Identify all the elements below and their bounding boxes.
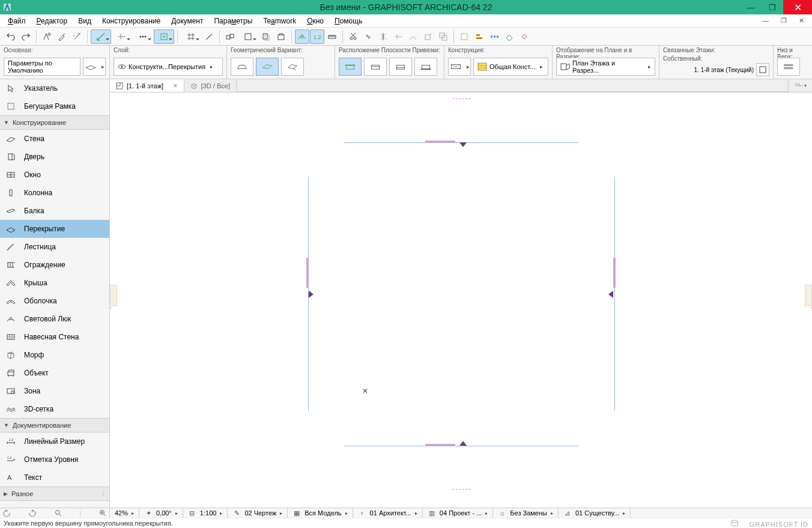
dimension-button[interactable]: 1.2 (310, 29, 324, 44)
refplane-bottom-button[interactable] (414, 58, 437, 76)
tool-slab[interactable]: Перекрытие (0, 220, 109, 238)
trace-button[interactable] (259, 29, 273, 44)
status-dim[interactable]: ⊿01 Существу...▸ (559, 508, 631, 518)
tool-text[interactable]: AТекст (0, 469, 109, 487)
refplane-core-top-button[interactable] (364, 58, 387, 76)
nav-fwd-button[interactable] (28, 509, 37, 517)
tool-dimension[interactable]: 1.2Линейный Размер (0, 432, 109, 451)
suspend-groups-button[interactable] (223, 29, 237, 44)
measure-button[interactable] (325, 29, 339, 44)
ruler-button[interactable] (202, 29, 216, 44)
nav-back-button[interactable] (2, 509, 11, 517)
menu-options[interactable]: Параметры (208, 16, 258, 26)
tab-close-icon[interactable]: × (173, 81, 178, 90)
pick-button[interactable] (40, 29, 54, 44)
tool-zone[interactable]: Зона (0, 382, 109, 400)
menu-help[interactable]: Помощь (329, 16, 368, 26)
intersect-button[interactable] (436, 29, 450, 44)
grid-snap-dd[interactable] (181, 29, 201, 44)
tab-overflow-button[interactable]: ▾ (788, 79, 812, 92)
snap-points-dd[interactable] (133, 29, 153, 44)
tool-door[interactable]: Дверь (0, 148, 109, 166)
status-penset[interactable]: ✎02 Чертеж▸ (228, 508, 288, 518)
brand-label[interactable]: GRAPHISOFT ID (750, 521, 808, 528)
tab-3d[interactable]: [3D / Все] (184, 79, 237, 92)
floor-plan-display-button[interactable]: План Этажа и Разрез...▸ (556, 58, 655, 76)
status-reno[interactable]: ⌂Без Замены▸ (493, 508, 559, 518)
solid-ops-button[interactable] (502, 29, 517, 44)
edit-selection-button[interactable] (457, 29, 471, 44)
geom-rectangle-button[interactable] (256, 58, 279, 76)
tool-mesh[interactable]: 3D-сетка (0, 400, 109, 418)
orientation[interactable]: ✦0,00°▸ (139, 508, 183, 518)
mdi-close[interactable]: ✕ (793, 16, 810, 26)
tool-object[interactable]: Объект (0, 364, 109, 382)
tool-window[interactable]: Окно (0, 166, 109, 184)
menu-teamwork[interactable]: Teamwork (258, 16, 301, 26)
toolbox-section-document[interactable]: ▼Документирование (0, 418, 109, 432)
magic-wand-button[interactable] (70, 29, 84, 44)
default-settings-button[interactable]: Параметры по Умолчанию (4, 58, 80, 76)
mdi-restore[interactable]: ❐ (775, 16, 792, 26)
right-panel-tab[interactable] (805, 285, 812, 306)
tool-level[interactable]: 1.2Отметка Уровня (0, 451, 109, 469)
tool-stair[interactable]: Лестница (0, 238, 109, 256)
maximize-button[interactable]: ❐ (762, 0, 783, 14)
minimize-button[interactable]: — (740, 0, 762, 14)
tool-railing[interactable]: Ограждение (0, 256, 109, 274)
tab-floorplan[interactable]: [1. 1-й этаж] × (110, 79, 184, 92)
tool-shell[interactable]: Оболочка (0, 292, 109, 310)
zoom-button[interactable] (54, 509, 62, 517)
menu-design[interactable]: Конструирование (97, 16, 166, 26)
construction-composite-button[interactable]: Общая Конст...▸ (473, 58, 548, 76)
mdi-minimize[interactable]: — (757, 16, 774, 26)
menu-view[interactable]: Вид (73, 16, 97, 26)
home-story-button[interactable] (756, 63, 769, 76)
scale[interactable]: ⊟1:100▸ (183, 508, 228, 518)
status-layer-combo[interactable]: ♀01 Архитект...▸ (353, 508, 423, 518)
menu-edit[interactable]: Редактор (31, 16, 73, 26)
elevation-button[interactable] (777, 58, 800, 76)
geom-rotrect-button[interactable] (281, 58, 304, 76)
trim-button[interactable] (391, 29, 405, 44)
resize-button[interactable] (406, 29, 420, 44)
close-button[interactable]: ✕ (783, 0, 812, 14)
tool-roof[interactable]: Крыша (0, 274, 109, 292)
tool-skylight[interactable]: Световой Люк (0, 310, 109, 328)
canvas[interactable]: ✕ (110, 93, 812, 508)
cursor-snap-dd[interactable] (91, 29, 111, 44)
tool-wall[interactable]: Стена (0, 130, 109, 148)
toolbox-section-design[interactable]: ▼Конструирование (0, 115, 109, 130)
fit-button[interactable] (98, 509, 107, 517)
tool-pointer[interactable]: Указатель (0, 79, 109, 97)
zoom-level[interactable]: 42%▸ (110, 508, 139, 518)
cut-button[interactable] (346, 29, 360, 44)
link-button[interactable] (361, 29, 375, 44)
redo-button[interactable] (19, 29, 33, 44)
left-panel-tab[interactable] (110, 285, 117, 306)
menu-document[interactable]: Документ (166, 16, 208, 26)
menu-file[interactable]: Файл (2, 16, 31, 26)
menu-window[interactable]: Окно (301, 16, 329, 26)
undo-button[interactable] (4, 29, 18, 44)
show-hide-button[interactable] (295, 29, 309, 44)
eyedropper-button[interactable] (55, 29, 69, 44)
distribute-button[interactable] (487, 29, 501, 44)
trace-ref-button[interactable] (274, 29, 288, 44)
tool-curtainwall[interactable]: Навесная Стена (0, 328, 109, 346)
slab-type-icon-button[interactable]: ▸ (83, 58, 106, 76)
storage-icon[interactable] (729, 519, 740, 527)
toolbox-section-misc[interactable]: ▶Разное⋮ (0, 487, 109, 501)
guide-lines-dd[interactable] (112, 29, 132, 44)
tool-column[interactable]: Колонна (0, 184, 109, 202)
refplane-core-bottom-button[interactable] (389, 58, 412, 76)
tool-morph[interactable]: Морф (0, 346, 109, 364)
tool-beam[interactable]: Балка (0, 202, 109, 220)
autogroup-button[interactable] (517, 29, 532, 44)
construction-basic-button[interactable]: ▸ (448, 58, 471, 76)
align-button[interactable] (472, 29, 486, 44)
status-mvo[interactable]: ▥04 Проект - ...▸ (423, 508, 493, 518)
status-partial-display[interactable]: ▦Вся Модель▸ (288, 508, 353, 518)
gravity-dd[interactable] (238, 29, 258, 44)
adjust-button[interactable] (421, 29, 435, 44)
